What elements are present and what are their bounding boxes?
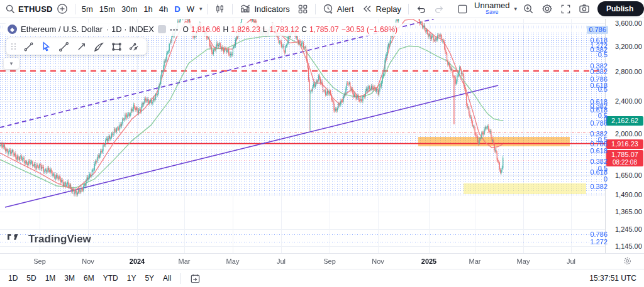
timeframe-w[interactable]: W bbox=[184, 2, 197, 16]
range-all[interactable]: All bbox=[158, 272, 175, 284]
divider bbox=[180, 273, 181, 284]
settings-button[interactable] bbox=[538, 1, 557, 16]
candles-icon bbox=[214, 4, 225, 14]
cursor-tool[interactable] bbox=[37, 39, 55, 54]
symbol-name[interactable]: ETHUSD bbox=[18, 4, 53, 14]
quick-search-button[interactable] bbox=[519, 1, 538, 16]
close-label: C bbox=[301, 25, 307, 34]
save-label[interactable]: Save bbox=[486, 9, 499, 16]
timeframe-d[interactable]: D bbox=[171, 2, 183, 16]
templates-grid-icon bbox=[297, 4, 308, 14]
time-label: Sep bbox=[33, 257, 46, 265]
toolbar-drag-handle[interactable] bbox=[11, 43, 16, 50]
symbol-legend[interactable]: ◆ Ethereum / U.S. Dollar · 1D · INDEX ••… bbox=[5, 23, 402, 36]
time-label: Sep bbox=[323, 257, 336, 265]
price-line-badge: 1,916.23 bbox=[606, 139, 643, 149]
change-value: −30.53 (−1.68%) bbox=[341, 25, 397, 34]
fib-level-label: 0.786 bbox=[590, 230, 608, 238]
low-value: 1,783.12 bbox=[270, 25, 299, 34]
scroll-to-level-arrow-icon[interactable]: ↓ bbox=[589, 26, 592, 33]
alert-button[interactable]: Alert bbox=[319, 1, 358, 16]
publish-button[interactable]: Publish bbox=[597, 1, 644, 16]
axis-settings-gear-icon[interactable] bbox=[623, 256, 632, 266]
time-label: Jul bbox=[277, 257, 286, 265]
trend-line-short-tool[interactable] bbox=[19, 39, 37, 54]
open-value: 1,816.06 bbox=[191, 25, 221, 34]
fib-level-label: 1.272 bbox=[590, 238, 608, 246]
range-3m[interactable]: 3M bbox=[60, 272, 79, 284]
arrow-tool[interactable] bbox=[72, 39, 90, 54]
divider bbox=[315, 4, 316, 14]
tradingview-watermark: TradingView bbox=[8, 233, 91, 246]
redo-button[interactable] bbox=[430, 1, 448, 16]
undo-button[interactable] bbox=[412, 1, 430, 16]
layout-name-label: Unnamed bbox=[474, 2, 509, 9]
brush-tool[interactable] bbox=[90, 39, 108, 54]
tradingview-logo-icon bbox=[8, 234, 24, 244]
fib-level-label: 0.786 bbox=[590, 119, 608, 127]
range-5d[interactable]: 5D bbox=[22, 272, 40, 284]
chart-style-button[interactable] bbox=[211, 1, 229, 16]
price-label: 1,650.00 bbox=[615, 171, 642, 179]
more-options-icon[interactable]: ••• bbox=[170, 26, 179, 33]
compare-add-button[interactable] bbox=[53, 1, 72, 16]
indicator-templates-button[interactable] bbox=[294, 1, 312, 16]
ethereum-logo-icon: ◆ bbox=[8, 24, 17, 34]
alert-clock-icon bbox=[323, 3, 334, 14]
time-label: Jul bbox=[567, 257, 575, 265]
layout-name-button[interactable]: Unnamed Save bbox=[472, 2, 512, 16]
watermark-text: TradingView bbox=[28, 233, 91, 246]
time-axis[interactable]: SepNov2024MarMayJulSepNov2025MarMayJul bbox=[0, 253, 644, 269]
go-to-date-button[interactable] bbox=[186, 271, 204, 286]
fib-level-label: 0.382 bbox=[590, 183, 608, 190]
rectangle-tool[interactable] bbox=[108, 39, 125, 54]
time-label: Nov bbox=[82, 257, 94, 265]
divider bbox=[75, 4, 75, 14]
tradingview-app: ETHUSD 5m15m30m1h4hDW ▾ Indicators bbox=[0, 0, 644, 287]
range-ytd[interactable]: YTD bbox=[99, 272, 123, 284]
price-label: 3,200.00 bbox=[615, 43, 642, 50]
legend-title[interactable]: Ethereum / U.S. Dollar bbox=[21, 24, 103, 34]
trend-line-tool[interactable] bbox=[55, 39, 72, 54]
range-1m[interactable]: 1M bbox=[41, 272, 60, 284]
ohlc-values: O1,816.06 H1,826.23 L1,783.12 C1,785.07 … bbox=[182, 25, 397, 34]
time-label: Mar bbox=[469, 257, 481, 265]
layout-menu-chevron-icon[interactable]: ▾ bbox=[512, 6, 519, 12]
indicators-button[interactable]: Indicators bbox=[236, 1, 293, 16]
range-5y[interactable]: 5Y bbox=[140, 272, 158, 284]
replay-button[interactable]: Replay bbox=[358, 1, 405, 16]
toolbar-collapse-chevron-icon[interactable]: ▾ bbox=[4, 58, 19, 69]
divider bbox=[207, 4, 208, 14]
fullscreen-button[interactable] bbox=[557, 1, 575, 16]
price-label: 1,145.00 bbox=[615, 242, 642, 250]
range-1d[interactable]: 1D bbox=[4, 272, 22, 284]
price-label: 1,490.00 bbox=[615, 191, 642, 198]
fib-level-label: 0.5 bbox=[598, 85, 608, 93]
parallel-channel-tool[interactable] bbox=[125, 39, 143, 54]
divider bbox=[232, 4, 233, 14]
redo-icon bbox=[434, 4, 445, 14]
session-clock[interactable]: 15:37:51 UTC bbox=[589, 274, 636, 283]
timeframe-menu-chevron-icon[interactable]: ▾ bbox=[197, 6, 204, 12]
price-axis[interactable]: 3,600.003,200.002,800.002,400.002,000.00… bbox=[605, 19, 644, 253]
screenshot-camera-button[interactable] bbox=[575, 1, 594, 16]
symbol-search-icon[interactable] bbox=[5, 4, 16, 14]
drawing-toolbar bbox=[6, 38, 147, 55]
timeframe-4h[interactable]: 4h bbox=[156, 2, 171, 16]
time-label: Nov bbox=[372, 257, 384, 265]
alert-label: Alert bbox=[337, 4, 354, 14]
range-1y[interactable]: 1Y bbox=[123, 272, 141, 284]
visibility-icon[interactable] bbox=[158, 25, 166, 33]
fib-level-label: 0.5 bbox=[598, 51, 608, 58]
timeframe-30m[interactable]: 30m bbox=[118, 2, 140, 16]
layout-select-button[interactable] bbox=[453, 1, 472, 16]
timeframe-15m[interactable]: 15m bbox=[96, 2, 118, 16]
price-label: 2,000.00 bbox=[615, 130, 642, 138]
timeframe-group: 5m15m30m1h4hDW bbox=[79, 0, 197, 18]
high-label: H bbox=[223, 25, 229, 34]
timeframe-1h[interactable]: 1h bbox=[140, 2, 155, 16]
bottom-toolbar: 1D5D1M3M6MYTD1Y5YAll 15:37:51 UTC bbox=[0, 269, 644, 287]
timeframe-5m[interactable]: 5m bbox=[79, 2, 96, 16]
time-label: Mar bbox=[179, 257, 191, 265]
range-6m[interactable]: 6M bbox=[79, 272, 99, 284]
